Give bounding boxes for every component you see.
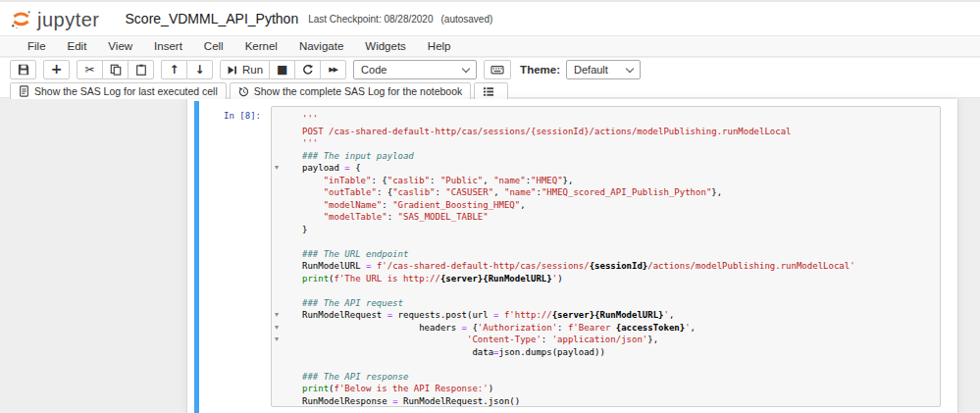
menu-navigate[interactable]: Navigate: [288, 40, 354, 52]
code-line[interactable]: }: [302, 224, 938, 236]
move-cell-up-button[interactable]: ↑: [161, 60, 187, 79]
menu-cell[interactable]: Cell: [193, 40, 234, 52]
code-line[interactable]: data=json.dumps(payload)): [302, 346, 938, 359]
checkpoint-status: Last Checkpoint: 08/28/2020: [308, 14, 433, 25]
fold-arrow-icon[interactable]: ▾: [272, 322, 301, 335]
gutter-space: [272, 358, 301, 371]
code-line[interactable]: RunModelRequest = requests.post(url = f'…: [302, 309, 938, 322]
cell-type-select[interactable]: Code: [353, 60, 477, 79]
chevron-down-icon: [462, 64, 470, 72]
gutter-space: [272, 371, 301, 384]
menu-edit[interactable]: Edit: [57, 40, 98, 52]
keyboard-icon: [490, 64, 504, 76]
gutter-space: [272, 150, 301, 163]
gutter-space: [272, 224, 301, 236]
code-line[interactable]: 'Content-Type': 'application/json'},: [302, 334, 938, 346]
show-complete-sas-log-label: Show the complete SAS Log for the notebo…: [254, 85, 462, 97]
gutter-space: [272, 137, 301, 150]
code-line[interactable]: print(f'The URL is http://{server}{RunMo…: [302, 273, 938, 285]
copy-cell-button[interactable]: [102, 60, 129, 79]
code-line[interactable]: [302, 284, 938, 297]
gutter-space: [272, 211, 301, 224]
menu-view[interactable]: View: [97, 40, 143, 52]
clipboard-icon: [135, 64, 147, 76]
cell-type-value: Code: [361, 64, 387, 76]
code-cell[interactable]: In [8]: ▾▾▾▾ '''POST /cas-shared-default…: [187, 99, 957, 413]
menu-widgets[interactable]: Widgets: [354, 40, 417, 52]
gutter-space: [272, 395, 301, 408]
code-line[interactable]: "modelTable": "SAS_MODEL_TABLE": [302, 211, 938, 224]
command-palette-button[interactable]: [484, 60, 511, 79]
cut-cell-button[interactable]: ✂: [77, 60, 103, 79]
fold-arrow-icon[interactable]: ▾: [272, 162, 301, 175]
jupyter-logo-text: jupyter: [37, 9, 100, 31]
show-last-sas-log-button[interactable]: Show the SAS Log for last executed cell: [10, 82, 227, 100]
menu-file[interactable]: File: [17, 40, 57, 52]
arrow-down-icon: ↓: [194, 64, 204, 76]
autosave-status: (autosaved): [441, 14, 493, 25]
code-line[interactable]: ### The input payload: [302, 150, 938, 163]
chevron-down-icon: [626, 64, 634, 72]
list-icon: [483, 86, 499, 97]
gutter-space: [272, 260, 301, 273]
sas-log-list-button[interactable]: [474, 82, 508, 100]
step-forward-icon: [227, 65, 237, 76]
fold-arrow-icon[interactable]: ▾: [272, 309, 301, 322]
history-icon: [238, 86, 254, 97]
code-line[interactable]: [302, 358, 938, 371]
interrupt-kernel-button[interactable]: ■: [269, 60, 295, 79]
theme-select[interactable]: Default: [566, 60, 641, 79]
show-last-sas-log-label: Show the SAS Log for last executed cell: [34, 85, 218, 97]
code-line[interactable]: [302, 235, 938, 248]
notebook-title[interactable]: Score_VDMML_API_Python: [126, 11, 299, 26]
arrow-up-icon: ↑: [169, 64, 179, 76]
notebook-background: In [8]: ▾▾▾▾ '''POST /cas-shared-default…: [0, 99, 980, 413]
move-cell-down-button[interactable]: ↓: [186, 60, 213, 79]
add-cell-button[interactable]: +: [43, 60, 70, 79]
plus-icon: +: [51, 62, 63, 76]
code-line[interactable]: payload = {: [302, 162, 938, 175]
save-button[interactable]: [10, 60, 36, 79]
jupyter-logo[interactable]: jupyter: [10, 8, 100, 30]
toolbar: + ✂: [0, 58, 980, 98]
fold-arrow-icon[interactable]: ▾: [272, 334, 301, 346]
run-button[interactable]: Run: [220, 60, 270, 79]
menu-help[interactable]: Help: [417, 40, 462, 52]
fold-gutter: ▾▾▾▾: [272, 113, 301, 407]
code-lines[interactable]: '''POST /cas-shared-default-http/cas/ses…: [302, 113, 938, 407]
restart-run-all-button[interactable]: ▶▶: [320, 60, 346, 79]
code-line[interactable]: RunModelURL = f'/cas-shared-default-http…: [302, 260, 938, 273]
code-line[interactable]: ### The API response: [302, 371, 938, 384]
code-line[interactable]: print(f'Below is the API Response:'): [302, 383, 938, 395]
gutter-space: [272, 297, 301, 310]
code-line[interactable]: ### The API request: [302, 297, 938, 310]
input-prompt[interactable]: In [8]:: [205, 111, 261, 121]
menu-kernel[interactable]: Kernel: [234, 40, 288, 52]
code-line[interactable]: "outTable": {"caslib": "CASUSER", "name"…: [302, 186, 938, 199]
code-line[interactable]: headers = {'Authorization': f'Bearer {ac…: [302, 322, 938, 335]
toolbar-row-sas: Show the SAS Log for last executed cell …: [10, 82, 511, 100]
code-line[interactable]: "inTable": {"caslib": "Public", "name":"…: [302, 175, 938, 187]
code-input-area[interactable]: ▾▾▾▾ '''POST /cas-shared-default-http/ca…: [271, 106, 941, 407]
code-line[interactable]: "modelName": "Gradient_Boosting_HMEQ",: [302, 199, 938, 212]
show-complete-sas-log-button[interactable]: Show the complete SAS Log for the notebo…: [230, 82, 471, 100]
menubar: File Edit View Insert Cell Kernel Naviga…: [0, 35, 980, 57]
code-line[interactable]: ''': [302, 137, 938, 150]
code-line[interactable]: ''': [302, 113, 938, 126]
gutter-space: [272, 113, 301, 126]
toolbar-row-main: + ✂: [10, 60, 647, 79]
gutter-space: [272, 346, 301, 359]
gutter-space: [272, 383, 301, 395]
gutter-space: [272, 273, 301, 285]
notebook-header: jupyter Score_VDMML_API_Python Last Chec…: [0, 2, 980, 35]
gutter-space: [272, 186, 301, 199]
fast-forward-icon: ▶▶: [329, 67, 337, 74]
code-line[interactable]: RunModelResponse = RunModelRequest.json(…: [302, 395, 938, 408]
code-line[interactable]: POST /cas-shared-default-http/cas/sessio…: [302, 126, 938, 138]
paste-cell-button[interactable]: [128, 60, 154, 79]
jupyter-planet-icon: [10, 8, 32, 30]
menu-insert[interactable]: Insert: [143, 40, 193, 52]
theme-label: Theme:: [520, 64, 560, 76]
code-line[interactable]: ### The URL endpoint: [302, 248, 938, 261]
restart-kernel-button[interactable]: [294, 60, 321, 79]
